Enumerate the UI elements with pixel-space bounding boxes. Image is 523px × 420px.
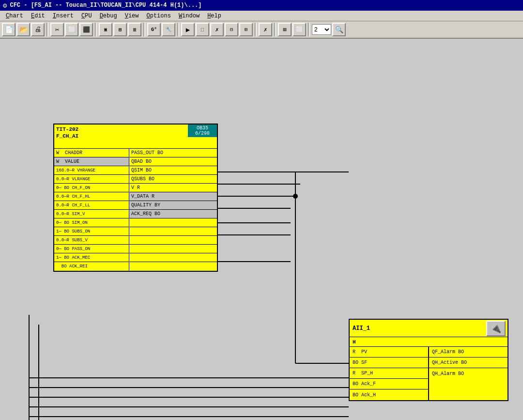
block2-body: R PV BO SF R SP_H BO Ack_F BO Ack_H bbox=[350, 347, 508, 400]
toolbar-play[interactable]: ▶ bbox=[181, 23, 195, 36]
block1-qsubs: QSUBS BO bbox=[129, 175, 217, 183]
block1-quality: QUALITY BY bbox=[129, 201, 217, 209]
block1-subson-in: 1— BO SUBS_ON bbox=[54, 227, 129, 235]
block1-ob: OB356/298 bbox=[188, 124, 217, 137]
block1-passon-in: 0— BO PASS_ON bbox=[54, 245, 129, 253]
block1-row-chfon: 0— BO CH_F_ON V R bbox=[54, 184, 217, 192]
block2-name: AII_1 bbox=[353, 325, 370, 332]
block2-ackh-in: BO Ack_H bbox=[350, 389, 413, 400]
block1-row-vhrange: 160.0—R VHRANGE QSIM BO bbox=[54, 166, 217, 175]
toolbar-sep5 bbox=[255, 23, 257, 36]
block1-empty4 bbox=[129, 245, 217, 253]
block1-vhrange-in: 160.0—R VHRANGE bbox=[54, 166, 129, 174]
toolbar-run[interactable]: 🔧 bbox=[162, 23, 175, 36]
block1-empty2 bbox=[129, 227, 217, 235]
block1-chfhl-in: 0.0—R CH_F_HL bbox=[54, 192, 129, 201]
toolbar-go[interactable]: G° bbox=[147, 23, 161, 36]
block1-row-simv: 0.0—R SIM_V ACK_REQ BO bbox=[54, 210, 217, 218]
toolbar-sep2 bbox=[95, 23, 97, 36]
block2-ackf-in: BO Ack_F bbox=[350, 379, 413, 389]
toolbar-sep3 bbox=[143, 23, 145, 36]
toolbar-zoom[interactable]: 🔍 bbox=[332, 23, 346, 36]
title-bar: ⚙ CFC - [FS_AI -- Toucan_II\TOUCAN_II\CP… bbox=[0, 0, 523, 11]
block2-pv-in: R PV bbox=[350, 347, 413, 357]
block1-row-subson: 1— BO SUBS_ON bbox=[54, 227, 217, 236]
toolbar-btn11[interactable]: ⊞ bbox=[239, 23, 253, 36]
svg-point-3 bbox=[293, 194, 298, 199]
block1-ackrei-in: BO ACK_REI bbox=[54, 262, 129, 271]
block2-icon: 🔌 bbox=[486, 321, 506, 336]
block1-simon-in: 0— BO SIM_ON bbox=[54, 218, 129, 227]
block1-container: TIT-202 F_CH_AI OB356/298 W CHADDR PASS_… bbox=[53, 124, 218, 272]
block2-row-qhalarm: QH_Alarm BO bbox=[429, 368, 508, 379]
menu-view[interactable]: View bbox=[121, 12, 143, 20]
menu-insert[interactable]: Insert bbox=[49, 12, 77, 20]
block1-value-in: W VALUE bbox=[54, 157, 129, 166]
block1-empty1 bbox=[129, 218, 217, 227]
block2-qhactive-out: QH_Active BO bbox=[429, 358, 487, 368]
menu-edit[interactable]: Edit bbox=[27, 12, 49, 20]
toolbar-btn10[interactable]: ⊟ bbox=[225, 23, 238, 36]
block1-qbad: QBAD BO bbox=[129, 157, 217, 166]
zoom-select[interactable]: 2 1 3 4 bbox=[312, 24, 331, 35]
block1-ackmec-in: 1— BO ACK_MEC bbox=[54, 253, 129, 262]
toolbar-copy[interactable]: ⬜ bbox=[65, 23, 78, 36]
app-icon: ⚙ bbox=[3, 1, 7, 10]
block2-row-sf: BO SF bbox=[350, 358, 428, 368]
block2-row-ackf: BO Ack_F bbox=[350, 379, 428, 389]
menu-debug[interactable]: Debug bbox=[96, 12, 121, 20]
block2-empty-row1 bbox=[429, 379, 508, 389]
toolbar-cut[interactable]: ✂ bbox=[50, 23, 64, 36]
block2-row-pv: R PV bbox=[350, 347, 428, 358]
block2-qhalarm-out: QH_Alarm BO bbox=[429, 368, 487, 379]
toolbar-btn4[interactable]: ▣ bbox=[99, 23, 112, 36]
block2-qfalarm-out: QF_Alarm BO bbox=[429, 347, 487, 357]
menu-help[interactable]: Help bbox=[203, 12, 225, 20]
toolbar-btn8[interactable]: ⬚ bbox=[196, 23, 209, 36]
menu-bar: Chart Edit Insert CPU Debug View Options… bbox=[0, 11, 523, 21]
block2-inputs: R PV BO SF R SP_H BO Ack_F BO Ack_H bbox=[350, 347, 429, 400]
block1-row-subsv: 0.0—R SUBS_V bbox=[54, 236, 217, 245]
block2-sf-in: BO SF bbox=[350, 358, 413, 368]
toolbar-grid2[interactable]: ⬜ bbox=[292, 23, 306, 36]
toolbar-new[interactable]: 📄 bbox=[2, 23, 15, 36]
block1-chfon-in: 0— BO CH_F_ON bbox=[54, 184, 129, 192]
block1-vlrange-in: 0.0—R VLRANGE bbox=[54, 175, 129, 183]
block2-row-qhactive: QH_Active BO bbox=[429, 358, 508, 368]
zoom-combo[interactable]: 2 1 3 4 bbox=[312, 24, 331, 35]
toolbar-grid1[interactable]: ⊞ bbox=[278, 23, 292, 36]
block1-row-ackmec: 1— BO ACK_MEC bbox=[54, 253, 217, 262]
block2-outputs: QF_Alarm BO QH_Active BO QH_Alarm BO bbox=[429, 347, 508, 400]
toolbar-sep4 bbox=[177, 23, 179, 36]
block1-qsim: QSIM BO bbox=[129, 166, 217, 174]
toolbar-print[interactable]: 🖨 bbox=[31, 23, 45, 36]
toolbar-paste[interactable]: ⬛ bbox=[79, 23, 93, 36]
block1-simv-in: 0.0—R SIM_V bbox=[54, 210, 129, 218]
window-title: CFC - [FS_AI -- Toucan_II\TOUCAN_II\CPU … bbox=[10, 2, 201, 9]
menu-cpu[interactable]: CPU bbox=[77, 12, 96, 20]
block1-passout: PASS_OUT BO bbox=[129, 149, 217, 157]
menu-options[interactable]: Options bbox=[142, 12, 174, 20]
block2-sph-in: R SP_H bbox=[350, 368, 413, 378]
block2-row-sph: R SP_H bbox=[350, 368, 428, 379]
toolbar-btn12[interactable]: ✗ bbox=[259, 23, 272, 36]
block1-empty5 bbox=[129, 253, 217, 262]
toolbar: 📄 📂 🖨 ✂ ⬜ ⬛ ▣ ▤ ▥ G° 🔧 ▶ ⬚ ✗ ⊟ ⊞ ✗ ⊞ ⬜ 2… bbox=[0, 21, 523, 39]
block1-row-vlrange: 0.0—R VLRANGE QSUBS BO bbox=[54, 175, 217, 184]
toolbar-btn5[interactable]: ▤ bbox=[113, 23, 127, 36]
block2-row-qfalarm: QF_Alarm BO bbox=[429, 347, 508, 358]
toolbar-btn6[interactable]: ▥ bbox=[128, 23, 141, 36]
block1-subsv-in: 0.0—R SUBS_V bbox=[54, 236, 129, 244]
block1-row-chaddr: W CHADDR PASS_OUT BO bbox=[54, 149, 217, 157]
block1-row-value: W VALUE QBAD BO bbox=[54, 157, 217, 166]
menu-chart[interactable]: Chart bbox=[2, 12, 27, 20]
block1-row-simon: 0— BO SIM_ON bbox=[54, 218, 217, 227]
toolbar-btn9[interactable]: ✗ bbox=[210, 23, 224, 36]
block1-row-chfhl: 0.0—R CH_F_HL V_DATA R bbox=[54, 192, 217, 201]
toolbar-sep7 bbox=[308, 23, 310, 36]
toolbar-open[interactable]: 📂 bbox=[16, 23, 30, 36]
block1-row-ackrei: BO ACK_REI bbox=[54, 262, 217, 271]
block2-empty-row2 bbox=[429, 389, 508, 400]
main-canvas: TIT-202 F_CH_AI OB356/298 W CHADDR PASS_… bbox=[0, 39, 523, 420]
menu-window[interactable]: Window bbox=[175, 12, 203, 20]
